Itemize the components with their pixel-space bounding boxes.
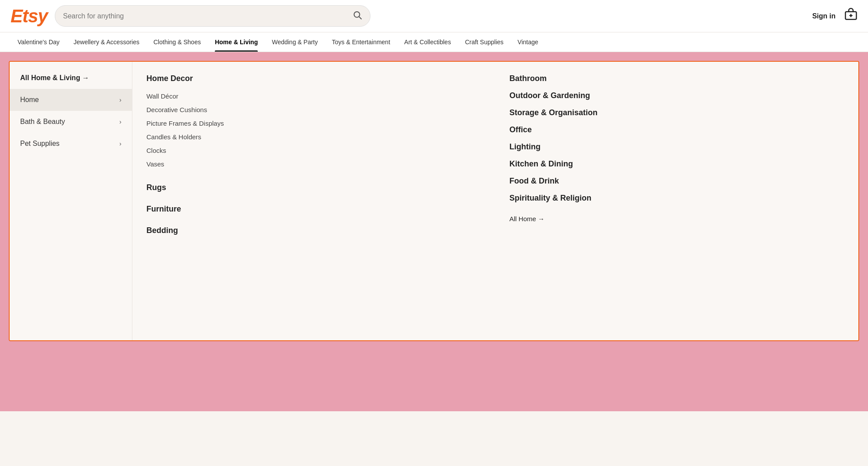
bedding-heading[interactable]: Bedding	[146, 226, 481, 235]
spirituality-religion-heading[interactable]: Spirituality & Religion	[509, 194, 844, 203]
home-decor-heading[interactable]: Home Decor	[146, 74, 481, 83]
all-home-living-link[interactable]: All Home & Living →	[10, 67, 132, 89]
kitchen-dining-heading[interactable]: Kitchen & Dining	[509, 159, 844, 169]
nav-item-clothing[interactable]: Clothing & Shoes	[146, 32, 208, 52]
sidebar-item-bath-beauty[interactable]: Bath & Beauty ›	[10, 111, 132, 133]
all-home-link[interactable]: All Home →	[509, 215, 844, 222]
nav-item-valentines[interactable]: Valentine's Day	[11, 32, 67, 52]
nav-item-craft[interactable]: Craft Supplies	[458, 32, 511, 52]
etsy-logo[interactable]: Etsy	[11, 7, 48, 25]
bathroom-heading[interactable]: Bathroom	[509, 74, 844, 83]
bedding-section: Bedding	[146, 226, 481, 235]
svg-line-1	[359, 17, 361, 19]
chevron-right-icon-3: ›	[119, 140, 121, 147]
sidebar-item-bath-label: Bath & Beauty	[20, 118, 65, 126]
candles-link[interactable]: Candles & Holders	[146, 130, 481, 144]
sidebar-item-home[interactable]: Home ›	[10, 89, 132, 111]
office-heading[interactable]: Office	[509, 125, 844, 134]
chevron-right-icon-2: ›	[119, 118, 121, 125]
cart-icon[interactable]	[844, 8, 857, 24]
storage-organisation-heading[interactable]: Storage & Organisation	[509, 108, 844, 117]
header-actions: Sign in	[812, 8, 857, 24]
vases-link[interactable]: Vases	[146, 157, 481, 171]
clocks-link[interactable]: Clocks	[146, 144, 481, 157]
sidebar-item-home-label: Home	[20, 96, 39, 104]
wall-decor-link[interactable]: Wall Décor	[146, 89, 481, 103]
food-drink-heading[interactable]: Food & Drink	[509, 177, 844, 186]
all-home-link-text: All Home →	[509, 215, 544, 222]
sign-in-button[interactable]: Sign in	[812, 12, 836, 20]
rugs-heading[interactable]: Rugs	[146, 183, 481, 192]
home-decor-section: Home Decor Wall Décor Decorative Cushion…	[146, 74, 481, 171]
decorative-cushions-link[interactable]: Decorative Cushions	[146, 103, 481, 116]
nav-item-toys[interactable]: Toys & Entertainment	[325, 32, 397, 52]
rugs-section: Rugs	[146, 183, 481, 192]
furniture-heading[interactable]: Furniture	[146, 205, 481, 214]
sidebar-item-pet-supplies[interactable]: Pet Supplies ›	[10, 133, 132, 155]
nav-item-art[interactable]: Art & Collectibles	[397, 32, 458, 52]
outdoor-gardening-heading[interactable]: Outdoor & Gardening	[509, 91, 844, 100]
chevron-right-icon: ›	[119, 96, 121, 103]
search-bar	[55, 5, 370, 27]
dropdown-right: Bathroom Outdoor & Gardening Storage & O…	[495, 62, 858, 340]
nav-bar: Valentine's DayJewellery & AccessoriesCl…	[0, 32, 868, 52]
furniture-section: Furniture	[146, 205, 481, 214]
nav-item-wedding[interactable]: Wedding & Party	[265, 32, 325, 52]
lighting-heading[interactable]: Lighting	[509, 142, 844, 152]
search-input[interactable]	[63, 12, 348, 20]
dropdown-middle: Home Decor Wall Décor Decorative Cushion…	[132, 62, 495, 340]
search-icon	[352, 10, 362, 22]
header: Etsy Sign in	[0, 0, 868, 32]
nav-item-home[interactable]: Home & Living	[208, 32, 265, 52]
page-content: All Home & Living → Home › Bath & Beauty…	[0, 52, 868, 411]
dropdown-menu: All Home & Living → Home › Bath & Beauty…	[9, 61, 859, 341]
nav-item-vintage[interactable]: Vintage	[511, 32, 545, 52]
nav-item-jewellery[interactable]: Jewellery & Accessories	[67, 32, 146, 52]
dropdown-sidebar: All Home & Living → Home › Bath & Beauty…	[10, 62, 132, 340]
sidebar-item-pet-label: Pet Supplies	[20, 140, 60, 148]
picture-frames-link[interactable]: Picture Frames & Displays	[146, 116, 481, 130]
